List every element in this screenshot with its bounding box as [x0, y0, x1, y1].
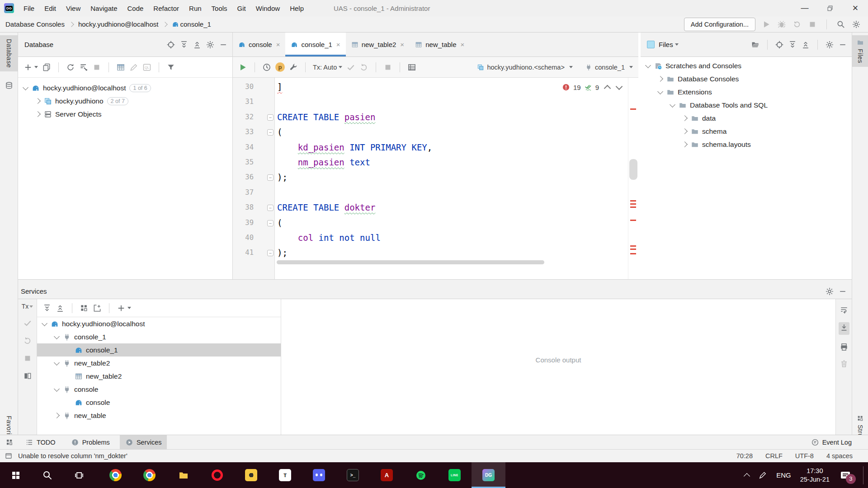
execute-button[interactable] [238, 63, 247, 72]
menu-help[interactable]: Help [285, 0, 309, 16]
code-line[interactable]: 33−( [233, 126, 626, 141]
chevron-down-icon[interactable] [54, 333, 60, 339]
db-expand-all-icon[interactable] [179, 40, 189, 49]
previous-error-button[interactable] [604, 84, 611, 92]
taskbar-app-spotify[interactable] [404, 462, 438, 488]
run-rerun-icon[interactable] [793, 20, 802, 29]
tool-window-button-database[interactable]: Database [0, 35, 18, 71]
breadcrumb-item-console-1[interactable]: console_1 [180, 20, 211, 28]
tool-window-button-database-changes[interactable] [0, 78, 18, 93]
stop-icon[interactable] [23, 354, 32, 363]
fold-marker[interactable]: − [267, 205, 274, 211]
menu-tools[interactable]: Tools [207, 0, 232, 16]
files-tree-item-schema[interactable]: schema [641, 125, 852, 138]
chevron-down-icon[interactable] [645, 62, 651, 68]
run-run-icon[interactable] [762, 20, 771, 29]
db-toolbar-table-icon[interactable] [116, 63, 125, 72]
fold-marker[interactable]: − [267, 114, 274, 121]
taskbar-app-file-explorer[interactable] [166, 462, 200, 488]
parameters-badge-icon[interactable]: p [275, 62, 285, 72]
editor-code-area[interactable]: 30]3132−CREATE TABLE pasien33−(34 kd_pas… [233, 80, 626, 262]
files-tree-item-scratches-and-consoles[interactable]: Scratches and Consoles [641, 59, 852, 72]
taskbar-app-terminal[interactable]: >_ [336, 462, 370, 488]
taskbar-app-line[interactable]: LINE [438, 462, 472, 488]
close-icon[interactable]: × [400, 41, 404, 48]
task-view-button[interactable] [63, 462, 95, 488]
language-indicator[interactable]: ENG [776, 471, 791, 479]
taskbar-app-chrome[interactable] [132, 462, 166, 488]
taskbar-app-opera[interactable] [200, 462, 234, 488]
clear-output-icon[interactable] [840, 359, 849, 368]
services-add-frame-icon[interactable] [93, 304, 102, 313]
db-tree-item-server-objects[interactable]: Server Objects [18, 108, 232, 121]
tool-window-switcher-icon[interactable] [5, 438, 14, 446]
start-button[interactable] [0, 462, 32, 488]
run-debug-icon[interactable] [777, 20, 786, 29]
services-tx-dropdown[interactable]: Tx [22, 303, 33, 310]
close-button[interactable]: × [843, 0, 868, 16]
db-toolbar-ql-icon[interactable] [142, 63, 151, 72]
chevron-right-icon[interactable] [35, 111, 41, 117]
menu-view[interactable]: View [61, 0, 85, 16]
menu-window[interactable]: Window [251, 0, 285, 16]
db-toolbar-filter-icon[interactable] [166, 63, 175, 72]
console-output-pane[interactable]: Console output [281, 299, 835, 435]
db-settings-icon[interactable] [206, 40, 215, 49]
rollback-icon[interactable] [359, 63, 368, 72]
session-selector[interactable]: console_1 [585, 64, 633, 71]
files-open-folder-icon[interactable] [751, 40, 760, 49]
files-expand-all-icon[interactable] [788, 40, 797, 49]
code-line[interactable]: 38−CREATE TABLE dokter [233, 201, 626, 216]
taskbar-app-chrome[interactable] [99, 462, 132, 488]
chevron-down-icon[interactable] [675, 43, 679, 46]
tab-console[interactable]: console× [233, 33, 285, 56]
schema-selector[interactable]: hocky.yudhiono.<schema> [477, 64, 572, 71]
run-search-everywhere-icon[interactable] [836, 20, 845, 29]
services-tree-item-new-table[interactable]: new_table [37, 409, 281, 422]
code-line[interactable]: 35 nm_pasien text [233, 156, 626, 171]
file-encoding[interactable]: UTF-8 [795, 452, 814, 460]
notification-center-button[interactable]: 3 [839, 469, 852, 482]
services-group-icon[interactable] [80, 304, 89, 313]
line-separator[interactable]: CRLF [765, 452, 783, 460]
bottom-tab-todo[interactable]: TODO [20, 435, 61, 449]
clock[interactable]: 17:30 25-Jun-21 [800, 467, 830, 484]
horizontal-splitter[interactable] [18, 279, 852, 284]
chevron-right-icon[interactable] [657, 76, 663, 82]
breadcrumb-item-hocky-yudhiono-localhost[interactable]: hocky.yudhiono@localhost [78, 20, 159, 28]
stop-icon[interactable] [383, 63, 392, 72]
code-line[interactable]: 40 col int not null [233, 231, 626, 246]
services-tree-item-console-1[interactable]: console_1 [37, 343, 281, 357]
taskbar-app-acrobat[interactable]: A [370, 462, 404, 488]
db-toolbar-pencil-icon[interactable] [129, 63, 138, 72]
add-configuration-button[interactable]: Add Configuration... [684, 18, 755, 31]
db-toolbar-sync-icon[interactable] [79, 63, 88, 72]
execute-in-console-icon[interactable] [407, 63, 416, 72]
chevron-right-icon[interactable] [54, 413, 60, 418]
query-history-icon[interactable] [262, 63, 271, 72]
menu-git[interactable]: Git [232, 0, 251, 16]
tab-new-table[interactable]: new_table× [410, 33, 470, 56]
services-add-icon[interactable] [117, 304, 131, 313]
menu-edit[interactable]: Edit [39, 0, 61, 16]
taskbar-app-datagrip[interactable]: DG [472, 462, 505, 488]
menu-navigate[interactable]: Navigate [85, 0, 122, 16]
bottom-tab-services[interactable]: Services [120, 435, 167, 449]
menu-run[interactable]: Run [184, 0, 207, 16]
files-collapse-all-icon[interactable] [801, 40, 810, 49]
hide-icon[interactable] [838, 287, 847, 296]
db-toolbar-add-icon[interactable] [24, 63, 38, 72]
tx-mode-dropdown[interactable]: Tx: Auto [313, 64, 342, 71]
db-collapse-all-icon[interactable] [193, 40, 202, 49]
services-collapse-all-icon[interactable] [56, 304, 65, 313]
menu-refactor[interactable]: Refactor [148, 0, 184, 16]
editor-error-stripe[interactable] [628, 78, 638, 279]
code-line[interactable]: 31 [233, 95, 626, 110]
event-log-button[interactable]: Event Log [811, 438, 868, 446]
db-toolbar-stop-icon[interactable] [92, 63, 101, 72]
tab-new-table2[interactable]: new_table2× [346, 33, 410, 56]
run-stop-icon[interactable] [808, 20, 817, 29]
tool-window-button-files[interactable]: Files [852, 35, 868, 67]
chevron-down-icon[interactable] [54, 360, 60, 366]
code-line[interactable]: 36−); [233, 171, 626, 186]
